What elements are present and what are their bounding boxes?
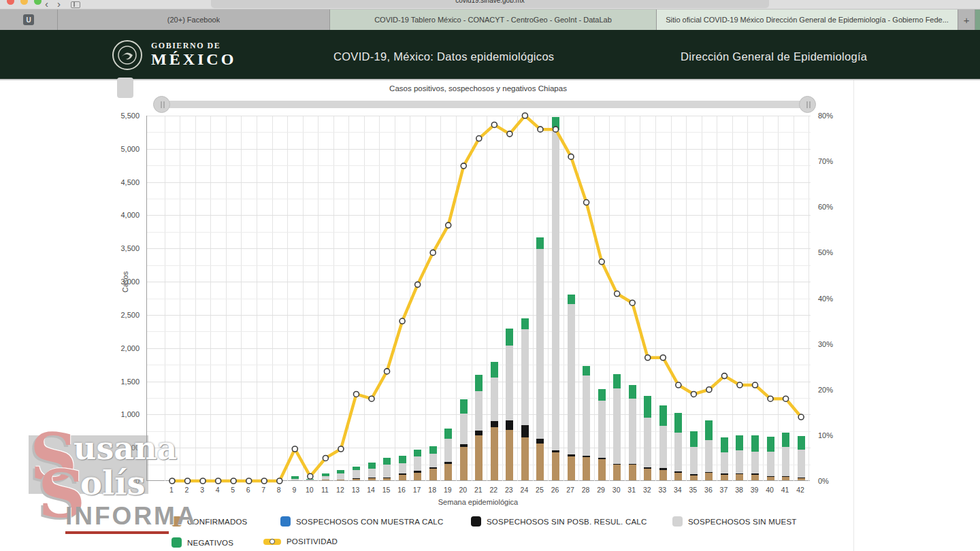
positivity-marker-week-33[interactable] [660, 355, 666, 361]
positivity-marker-week-26[interactable] [553, 127, 559, 132]
positivity-marker-week-30[interactable] [615, 291, 620, 297]
address-bar[interactable]: covid19.sinave.gob.mx [211, 0, 769, 8]
content-right-divider [853, 80, 854, 551]
x-axis-title: Semana epidemiológica [146, 498, 810, 506]
url-text: covid19.sinave.gob.mx [211, 0, 769, 4]
x-axis-tick-label: 15 [379, 486, 394, 494]
scroll-handle[interactable] [117, 78, 133, 98]
tab-bar: U (20+) FacebookCOVID-19 Tablero México … [0, 10, 980, 30]
positivity-marker-week-38[interactable] [737, 382, 742, 388]
x-axis-tick-label: 41 [778, 486, 793, 494]
legend-item-sospechosos-sin-muest[interactable]: SOSPECHOSOS SIN MUEST [672, 516, 796, 527]
positivity-marker-week-31[interactable] [630, 300, 635, 305]
positivity-marker-week-29[interactable] [599, 259, 604, 265]
positivity-marker-week-2[interactable] [185, 478, 191, 484]
positivity-marker-week-4[interactable] [216, 478, 221, 484]
logo-text-line2: MÉXICO [151, 50, 236, 69]
x-axis-tick-label: 28 [578, 486, 593, 494]
x-axis-tick-label: 31 [624, 486, 639, 494]
positivity-marker-week-7[interactable] [261, 478, 267, 484]
positivity-marker-week-21[interactable] [476, 136, 482, 141]
positivity-marker-week-9[interactable] [292, 446, 297, 452]
x-axis-tick-label: 14 [363, 486, 378, 494]
positivity-marker-week-15[interactable] [385, 369, 390, 374]
minimize-window-button[interactable] [20, 0, 28, 5]
positivity-marker-week-3[interactable] [200, 478, 206, 484]
positivity-marker-week-36[interactable] [706, 387, 712, 393]
positivity-marker-week-20[interactable] [461, 163, 466, 169]
range-slider-left-handle[interactable] [153, 96, 170, 113]
x-axis-tick-label: 24 [517, 486, 532, 494]
x-axis-tick-label: 29 [593, 486, 608, 494]
close-window-button[interactable] [7, 0, 14, 5]
positivity-marker-week-19[interactable] [446, 222, 451, 228]
right-axis-tick-label: 10% [818, 431, 833, 439]
sidebar-icon[interactable] [71, 1, 80, 8]
positivity-marker-week-22[interactable] [491, 122, 497, 127]
positivity-marker-week-17[interactable] [415, 282, 421, 287]
y-axis-tick-label: 2,500 [99, 311, 140, 319]
pinned-tab[interactable]: U [0, 10, 58, 30]
gobierno-mexico-seal-icon [112, 40, 142, 70]
legend-item-sospechosos-sin-posb-resul-calc[interactable]: SOSPECHOSOS SIN POSB. RESUL. CALC [471, 516, 647, 527]
positivity-marker-week-41[interactable] [783, 396, 789, 401]
right-axis-tick-label: 30% [818, 340, 833, 348]
positivity-marker-week-39[interactable] [753, 382, 758, 388]
zoom-window-button[interactable] [34, 0, 42, 5]
positivity-marker-week-32[interactable] [645, 355, 651, 361]
back-button[interactable]: ‹ [45, 0, 48, 10]
legend-item-positividad[interactable]: POSITIVIDAD [263, 537, 338, 546]
positivity-marker-week-14[interactable] [369, 396, 374, 401]
page-title: COVID-19, México: Datos epidemiológicos [333, 50, 554, 63]
x-axis-tick-label: 12 [333, 486, 348, 494]
x-axis-tick-label: 27 [563, 486, 578, 494]
positivity-marker-week-27[interactable] [568, 154, 574, 159]
positivity-marker-week-16[interactable] [399, 318, 405, 324]
legend-swatch [172, 516, 182, 527]
positivity-marker-week-28[interactable] [584, 200, 589, 205]
positivity-marker-week-37[interactable] [721, 373, 727, 379]
positivity-marker-week-10[interactable] [308, 473, 313, 479]
legend-swatch [280, 516, 291, 527]
positivity-marker-week-12[interactable] [338, 446, 344, 452]
browser-tab-1[interactable]: (20+) Facebook [58, 10, 330, 30]
positivity-marker-week-42[interactable] [798, 414, 804, 420]
legend-item-confirmados[interactable]: CONFIRMADOS [172, 516, 247, 527]
positivity-marker-week-1[interactable] [169, 478, 175, 484]
x-axis-tick-label: 40 [762, 486, 777, 494]
positivity-marker-week-8[interactable] [277, 478, 282, 484]
positivity-marker-week-34[interactable] [676, 382, 681, 388]
x-axis-tick-label: 10 [302, 486, 317, 494]
legend-item-sospechosos-con-muestra-calc[interactable]: SOSPECHOSOS CON MUESTRA CALC [280, 516, 443, 527]
range-slider-right-handle[interactable] [799, 96, 816, 113]
browser-url-bar-row: ‹ › covid19.sinave.gob.mx [0, 0, 980, 10]
positivity-marker-week-25[interactable] [538, 127, 543, 132]
positivity-marker-week-24[interactable] [522, 113, 527, 118]
positivity-marker-week-5[interactable] [231, 478, 236, 484]
x-axis-tick-label: 33 [655, 486, 670, 494]
tab-label: COVID-19 Tablero México - CONACYT - Cent… [374, 16, 612, 24]
y-axis-tick-label: 3,000 [99, 278, 140, 286]
positivity-line [172, 116, 801, 481]
dashboard-content: Casos positivos, sospechosos y negativos… [0, 80, 980, 551]
x-axis-tick-label: 18 [425, 486, 440, 494]
forward-button[interactable]: › [57, 0, 61, 10]
x-axis-tick-label: 37 [716, 486, 731, 494]
browser-tab-3-active[interactable]: Sitio oficial COVID-19 México Dirección … [657, 10, 958, 30]
new-tab-button[interactable]: + [958, 10, 975, 30]
positivity-marker-week-35[interactable] [691, 391, 696, 397]
legend-item-negativos[interactable]: NEGATIVOS [172, 537, 233, 548]
positivity-marker-week-13[interactable] [353, 391, 359, 397]
y-axis-tick-label: 5,500 [99, 112, 140, 120]
browser-tab-2[interactable]: COVID-19 Tablero México - CONACYT - Cent… [330, 10, 657, 30]
x-axis-tick-label: 38 [732, 486, 747, 494]
positivity-marker-week-18[interactable] [430, 250, 436, 255]
x-axis-tick-label: 20 [455, 486, 470, 494]
positivity-marker-week-6[interactable] [246, 478, 252, 484]
positivity-marker-week-40[interactable] [768, 396, 773, 401]
y-axis-tick-label: 1,500 [99, 378, 140, 386]
positivity-marker-week-11[interactable] [323, 455, 328, 461]
range-slider-track[interactable] [160, 101, 815, 108]
watermark-initial-1: S [30, 419, 77, 496]
positivity-marker-week-23[interactable] [507, 131, 512, 137]
